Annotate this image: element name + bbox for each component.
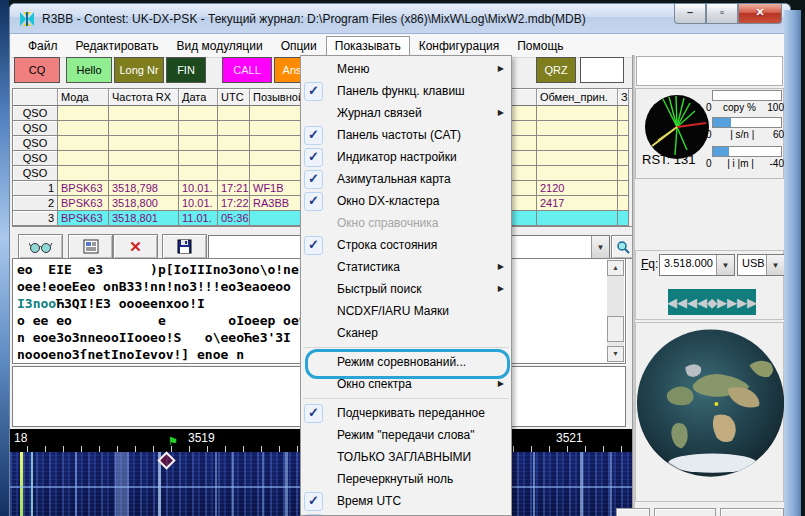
table-cell: 3518,800 bbox=[109, 196, 179, 211]
frequency-nudge-control[interactable]: ◀◀◀◀◆▶▶▶▶ bbox=[668, 289, 756, 315]
row-header: QSO bbox=[13, 106, 58, 121]
menu-item-5[interactable]: ✓Азимутальная карта bbox=[301, 168, 511, 190]
minimize-button[interactable]: – bbox=[674, 4, 706, 24]
table-cell bbox=[58, 151, 109, 166]
lookup-button[interactable] bbox=[611, 235, 634, 259]
ruler-freq-3519: 3519 bbox=[188, 431, 215, 445]
macro-button-qrz[interactable]: QRZ bbox=[536, 57, 576, 83]
table-cell bbox=[179, 106, 218, 121]
screen: R3BB - Contest: UK-DX-PSK - Текущий журн… bbox=[0, 0, 805, 516]
table-cell: BPSK63 bbox=[58, 181, 109, 196]
menu-item-18[interactable]: Режим "передачи слова" bbox=[301, 424, 511, 446]
restore-button[interactable]: ▫ bbox=[706, 4, 738, 24]
table-cell: 2417 bbox=[537, 196, 618, 211]
rx-scrollbar[interactable]: ▲ ▼ bbox=[607, 260, 624, 362]
table-cell bbox=[537, 136, 618, 151]
table-cell bbox=[218, 121, 250, 136]
log-page-button[interactable] bbox=[68, 234, 113, 259]
scrollbar-thumb[interactable] bbox=[607, 316, 624, 342]
imd-bar bbox=[712, 146, 782, 157]
menu-item-21[interactable]: ✓Время UTC bbox=[301, 490, 511, 512]
menubar-item-6[interactable]: Помощь bbox=[508, 36, 572, 56]
table-cell bbox=[58, 121, 109, 136]
menu-item-4[interactable]: ✓Индикатор настройки bbox=[301, 146, 511, 168]
show-menu-dropdown: Меню▶✓Панель функц. клавишЖурнал связей▶… bbox=[300, 55, 512, 516]
table-cell bbox=[109, 136, 179, 151]
titlebar[interactable]: R3BB - Contest: UK-DX-PSK - Текущий журн… bbox=[10, 4, 790, 34]
menu-item-8[interactable]: ✓Строка состояния bbox=[301, 234, 511, 256]
table-cell: 10.01. bbox=[179, 181, 218, 196]
glasses-icon bbox=[29, 241, 53, 253]
menubar-item-5[interactable]: Конфигурация bbox=[410, 36, 509, 56]
menu-item-1[interactable]: ✓Панель функц. клавиш bbox=[301, 80, 511, 102]
window-controls: – ▫ ✕ bbox=[674, 4, 782, 24]
menu-item-22[interactable]: ✓ bbox=[301, 512, 511, 516]
close-button[interactable]: ✕ bbox=[738, 4, 782, 24]
checkmark-icon: ✓ bbox=[304, 82, 323, 101]
copy-scale-label: 0copy %100 bbox=[706, 102, 784, 113]
table-cell bbox=[109, 121, 179, 136]
ruler-freq-3521: 3521 bbox=[556, 431, 583, 445]
table-cell bbox=[218, 166, 250, 181]
menubar-item-1[interactable]: Редактировать bbox=[67, 36, 168, 56]
checkmark-icon: ✓ bbox=[304, 404, 323, 423]
table-cell bbox=[618, 121, 629, 136]
frequency-label: Fq: bbox=[641, 257, 658, 271]
menu-item-10[interactable]: Быстрый поиск▶ bbox=[301, 278, 511, 300]
menubar-item-4[interactable]: Показывать bbox=[326, 36, 410, 56]
menu-item-11[interactable]: NCDXF/IARU Маяки bbox=[301, 300, 511, 322]
macro-button-cq[interactable]: CQ bbox=[14, 57, 60, 83]
table-cell bbox=[109, 166, 179, 181]
menu-item-9[interactable]: Статистика▶ bbox=[301, 256, 511, 278]
column-header: Обмен_прин. bbox=[537, 89, 618, 106]
table-cell bbox=[179, 166, 218, 181]
table-cell: 11.01. bbox=[179, 211, 218, 226]
table-cell bbox=[58, 106, 109, 121]
menu-item-20[interactable]: Перечеркнутый ноль bbox=[301, 468, 511, 490]
frequency-combo[interactable]: 3.518.000 ▼ bbox=[659, 254, 735, 276]
save-qso-button[interactable] bbox=[162, 234, 207, 259]
chevron-down-icon[interactable]: ▼ bbox=[716, 255, 734, 275]
menu-item-7[interactable]: Окно справочника bbox=[301, 212, 511, 234]
chevron-down-icon[interactable]: ▼ bbox=[766, 255, 784, 275]
macro-button-call[interactable]: CALL bbox=[222, 57, 272, 83]
macro-button-fin[interactable]: FIN bbox=[166, 57, 206, 83]
search-qso-button[interactable] bbox=[18, 234, 63, 259]
menubar-item-2[interactable]: Вид модуляции bbox=[167, 36, 271, 56]
menu-item-2[interactable]: Журнал связей▶ bbox=[301, 102, 511, 124]
table-cell: 17:21 bbox=[218, 181, 250, 196]
sideband-combo[interactable]: USB ▼ bbox=[737, 254, 785, 276]
menu-item-3[interactable]: ✓Панель частоты (CAT) bbox=[301, 124, 511, 146]
macro-button-hello[interactable]: Hello bbox=[66, 57, 112, 83]
menubar-item-3[interactable]: Опции bbox=[272, 36, 326, 56]
scroll-up-icon[interactable]: ▲ bbox=[607, 260, 624, 276]
macro-button-blank[interactable] bbox=[580, 57, 624, 83]
menu-item-19[interactable]: ТОЛЬКО ЗАГЛАВНЫМИ bbox=[301, 446, 511, 468]
imd-scale-label: 0| i |m |-40 bbox=[706, 158, 784, 169]
table-cell: 10.01. bbox=[179, 196, 218, 211]
status-bar bbox=[616, 508, 784, 516]
azimuthal-globe-map[interactable] bbox=[635, 325, 790, 483]
chevron-down-icon[interactable]: ▼ bbox=[591, 236, 609, 258]
row-header: QSO bbox=[13, 151, 58, 166]
table-cell bbox=[218, 151, 250, 166]
macro-button-long-nr[interactable]: Long Nr bbox=[114, 57, 164, 83]
menubar-item-0[interactable]: Файл bbox=[19, 36, 67, 56]
status-segment bbox=[654, 508, 716, 516]
mixw-butterfly-icon bbox=[18, 11, 36, 27]
frequency-value: 3.518.000 bbox=[660, 255, 716, 275]
menu-item-17[interactable]: ✓Подчеркивать переданное bbox=[301, 402, 511, 424]
delete-qso-button[interactable]: ✕ bbox=[113, 234, 158, 259]
tuning-scope-icon[interactable] bbox=[644, 94, 710, 160]
scroll-down-icon[interactable]: ▼ bbox=[607, 346, 624, 362]
menu-item-0[interactable]: Меню▶ bbox=[301, 58, 511, 80]
column-header: UTC bbox=[218, 89, 250, 106]
menu-item-15[interactable]: Окно спектра▶ bbox=[301, 373, 511, 395]
table-cell bbox=[618, 136, 629, 151]
menu-item-6[interactable]: ✓Окно DX-кластера bbox=[301, 190, 511, 212]
row-header bbox=[13, 89, 58, 106]
menu-item-12[interactable]: Сканер bbox=[301, 322, 511, 344]
menu-item-14[interactable]: Режим соревнований... bbox=[301, 351, 511, 373]
magnifier-icon bbox=[616, 240, 630, 254]
table-cell: 2120 bbox=[537, 181, 618, 196]
